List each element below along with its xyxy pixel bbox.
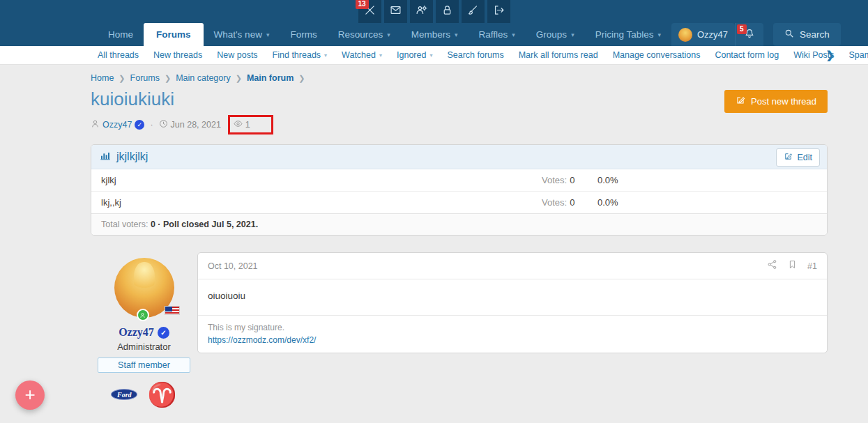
style-button[interactable] bbox=[462, 0, 485, 23]
users-gear-icon bbox=[416, 4, 427, 19]
plus-icon: + bbox=[24, 385, 35, 403]
logout-icon bbox=[493, 4, 505, 19]
subnav-new-posts[interactable]: New posts bbox=[217, 50, 257, 60]
eye-icon bbox=[234, 119, 245, 130]
post-1: Ozzy47 ✓ Administrator Staff member Ford… bbox=[91, 252, 828, 423]
nav-item-raffles[interactable]: Raffles▾ bbox=[469, 23, 526, 46]
post-author-link[interactable]: Ozzy47 ✓ bbox=[119, 326, 169, 339]
clock-icon bbox=[159, 119, 171, 130]
breadcrumb-separator: ❯ bbox=[119, 74, 125, 83]
chevron-down-icon: ▾ bbox=[512, 31, 515, 38]
subnav-search-forums[interactable]: Search forums bbox=[447, 50, 503, 60]
poll-footer: Total voters: 0 · Poll closed Jul 5, 202… bbox=[91, 213, 827, 235]
poll-edit-button[interactable]: Edit bbox=[776, 148, 820, 167]
thread-date: Jun 28, 2021 bbox=[171, 120, 221, 130]
subnav-manage-conversations[interactable]: Manage conversations bbox=[613, 50, 701, 60]
subnav-find-threads[interactable]: Find threads▾ bbox=[273, 50, 328, 60]
pencil-square-icon bbox=[784, 152, 797, 163]
logout-button[interactable] bbox=[487, 0, 510, 23]
post-user-cell: Ozzy47 ✓ Administrator Staff member Ford… bbox=[91, 252, 197, 423]
tools-button[interactable]: 13 bbox=[358, 0, 381, 23]
nav-item-groups[interactable]: Groups▾ bbox=[526, 23, 585, 46]
account-username: Ozzy47 bbox=[697, 29, 728, 40]
avatar bbox=[678, 28, 692, 42]
post-new-thread-button[interactable]: Post new thread bbox=[724, 90, 828, 113]
signature-link[interactable]: https://ozzmodz.com/dev/xf2/ bbox=[208, 335, 316, 345]
tools-badge: 13 bbox=[356, 0, 369, 9]
breadcrumb-home[interactable]: Home bbox=[91, 73, 114, 83]
chevron-down-icon: ▾ bbox=[429, 52, 432, 59]
avatar-art bbox=[134, 262, 155, 293]
floating-add-button[interactable]: + bbox=[15, 380, 45, 410]
post-number-link[interactable]: #1 bbox=[807, 261, 817, 271]
breadcrumb-separator: ❯ bbox=[165, 74, 171, 83]
subnav-scroll-right-chevron[interactable]: ❯ bbox=[825, 49, 835, 61]
chevron-down-icon: ▾ bbox=[266, 31, 270, 38]
account-menu-button[interactable]: Ozzy47 bbox=[671, 23, 735, 46]
us-flag-icon bbox=[165, 306, 180, 315]
user-badges: Ford ♈ bbox=[111, 383, 176, 406]
subnav-spaminator[interactable]: Spaminator bbox=[848, 50, 868, 60]
subnav-all-threads[interactable]: All threads bbox=[98, 50, 139, 60]
poll-option-label: lkj,,kj bbox=[101, 197, 542, 208]
aries-symbol-icon: ♈ bbox=[147, 383, 176, 406]
person-icon bbox=[91, 119, 102, 130]
nav-item-members[interactable]: Members▾ bbox=[401, 23, 469, 46]
post-signature: This is my signature. https://ozzmodz.co… bbox=[198, 316, 827, 353]
subnav-watched[interactable]: Watched▾ bbox=[342, 50, 382, 60]
verified-badge-icon: ✓ bbox=[135, 120, 144, 130]
chevron-down-icon: ▾ bbox=[657, 31, 661, 38]
thread-author-link[interactable]: Ozzy47 bbox=[102, 120, 132, 130]
envelope-icon bbox=[390, 4, 402, 19]
alerts-badge: 5 bbox=[737, 24, 747, 34]
main-nav: Home Forums What's new▾ Forms Resources▾… bbox=[0, 23, 868, 46]
subnav-mark-read[interactable]: Mark all forums read bbox=[519, 50, 598, 60]
subnav-ignored[interactable]: Ignored▾ bbox=[397, 50, 432, 60]
bookmark-icon[interactable] bbox=[787, 259, 798, 272]
chevron-down-icon: ▾ bbox=[387, 31, 390, 38]
members-admin-button[interactable] bbox=[410, 0, 433, 23]
nav-item-forms[interactable]: Forms bbox=[280, 23, 327, 46]
alerts-button[interactable]: 5 bbox=[735, 23, 763, 46]
post-message-card: Oct 10, 2021 #1 oiuoiuoiu This is my sig… bbox=[197, 252, 828, 353]
verified-badge-icon: ✓ bbox=[158, 327, 169, 339]
poll-block: jkjlkjlkj Edit kjlkj Votes:0 0.0% lkj,,k… bbox=[91, 144, 828, 236]
bar-chart-icon bbox=[100, 150, 116, 164]
nav-item-pricing-tables[interactable]: Pricing Tables▾ bbox=[585, 23, 671, 46]
post-date-link[interactable]: Oct 10, 2021 bbox=[208, 261, 258, 271]
ford-logo-icon: Ford bbox=[111, 389, 137, 400]
share-icon[interactable] bbox=[767, 259, 777, 272]
chevron-down-icon: ▾ bbox=[324, 52, 327, 59]
content-area: Home ❯ Forums ❯ Main category ❯ Main for… bbox=[0, 65, 868, 423]
subnav-contact-form-log[interactable]: Contact form log bbox=[715, 50, 779, 60]
search-button[interactable]: Search bbox=[773, 23, 841, 46]
poll-option-row: lkj,,kj Votes:0 0.0% bbox=[91, 191, 827, 213]
page-title: kuioiukiuki bbox=[91, 89, 273, 110]
poll-title: jkjlkjlkj bbox=[116, 151, 148, 163]
lock-button[interactable] bbox=[436, 0, 459, 23]
signature-text: This is my signature. bbox=[208, 323, 817, 332]
online-status-icon bbox=[137, 309, 149, 321]
post-header: Oct 10, 2021 #1 bbox=[198, 253, 827, 279]
breadcrumb-main-forum[interactable]: Main forum bbox=[247, 73, 294, 83]
annotation-box: 1 bbox=[228, 115, 273, 134]
poll-header: jkjlkjlkj Edit bbox=[91, 145, 827, 169]
dot-separator: · bbox=[150, 120, 153, 130]
chevron-down-icon: ▾ bbox=[379, 52, 382, 59]
breadcrumb-forums[interactable]: Forums bbox=[130, 73, 160, 83]
nav-item-whats-new[interactable]: What's new▾ bbox=[204, 23, 280, 46]
chevron-down-icon: ▾ bbox=[455, 31, 458, 38]
nav-item-resources[interactable]: Resources▾ bbox=[328, 23, 401, 46]
breadcrumb-main-category[interactable]: Main category bbox=[176, 73, 231, 83]
nav-item-home[interactable]: Home bbox=[98, 23, 144, 46]
breadcrumb: Home ❯ Forums ❯ Main category ❯ Main for… bbox=[91, 73, 828, 83]
subnav-new-threads[interactable]: New threads bbox=[153, 50, 202, 60]
messages-button[interactable] bbox=[384, 0, 407, 23]
title-row: kuioiukiuki Ozzy47 ✓ · Jun 28, 2021 1 Po… bbox=[91, 89, 828, 134]
poll-option-percent: 0.0% bbox=[597, 197, 817, 208]
poll-option-votes: Votes:0 bbox=[542, 175, 597, 185]
avatar[interactable] bbox=[114, 258, 174, 318]
chevron-down-icon: ▾ bbox=[571, 31, 574, 38]
nav-item-forums[interactable]: Forums bbox=[144, 23, 204, 46]
poll-option-percent: 0.0% bbox=[597, 175, 817, 185]
